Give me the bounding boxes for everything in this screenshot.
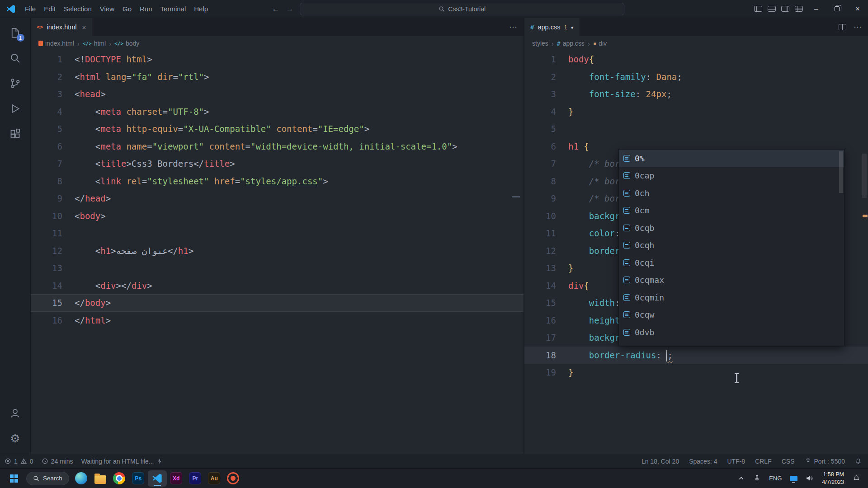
code-line[interactable]: 5 — [524, 120, 868, 138]
menu-run[interactable]: Run — [136, 3, 156, 14]
code-editor-css[interactable]: 1body{2 font-family: Dana;3 font-size: 2… — [524, 51, 868, 454]
live-server-port[interactable]: Port : 5500 — [805, 458, 845, 465]
toggle-sidebar-icon[interactable] — [751, 0, 765, 18]
suggest-item[interactable]: 0dvb — [619, 324, 844, 341]
breadcrumb-item-html[interactable]: </> html — [83, 40, 106, 47]
code-line[interactable]: 4 <meta charset="UTF-8"> — [31, 103, 524, 121]
live-server-message[interactable]: Waiting for an HTML file... — [81, 458, 164, 465]
more-actions-icon[interactable]: ⋯ — [854, 22, 862, 32]
suggest-item[interactable]: 0cqmax — [619, 272, 844, 289]
more-actions-icon[interactable]: ⋯ — [509, 22, 517, 32]
code-line[interactable]: 10<body> — [31, 207, 524, 225]
notification-center[interactable] — [849, 469, 863, 488]
close-button[interactable]: × — [847, 0, 868, 18]
tab-index-html[interactable]: <> index.html × — [31, 18, 92, 36]
command-center-search[interactable]: Css3-Tutorial — [300, 3, 624, 15]
eol-setting[interactable]: CRLF — [755, 458, 772, 465]
photoshop-icon[interactable]: Ps — [129, 469, 148, 488]
breadcrumb-item-body[interactable]: </> body — [114, 40, 139, 47]
code-line[interactable]: 16</html> — [31, 312, 524, 329]
code-line[interactable]: 14 <div></div> — [31, 277, 524, 295]
settings-gear-icon[interactable]: ⚙ — [0, 426, 31, 451]
split-editor-icon[interactable] — [839, 24, 846, 30]
xd-icon[interactable]: Xd — [167, 469, 186, 488]
microphone-tray-icon[interactable] — [750, 469, 764, 488]
customize-layout-icon[interactable] — [792, 0, 806, 18]
problems-indicator[interactable]: 1 0 — [5, 458, 33, 465]
taskbar-search[interactable]: Search — [26, 472, 69, 485]
menu-file[interactable]: File — [21, 3, 40, 14]
file-explorer-icon[interactable] — [91, 469, 110, 488]
minimize-button[interactable]: – — [806, 0, 826, 18]
audition-icon[interactable]: Au — [205, 469, 224, 488]
menu-go[interactable]: Go — [118, 3, 136, 14]
timer-indicator[interactable]: 24 mins — [42, 458, 73, 465]
breadcrumb-item-appcss[interactable]: # app.css — [557, 40, 585, 47]
suggest-item[interactable]: 0cqb — [619, 219, 844, 237]
code-line[interactable]: 7 <title>Css3 Borders</title> — [31, 155, 524, 173]
restore-button[interactable] — [826, 0, 847, 18]
clock-date[interactable]: 1:58 PM 4/7/2023 — [818, 471, 848, 486]
code-line[interactable]: 13 — [31, 259, 524, 277]
suggest-item[interactable]: 0cqh — [619, 237, 844, 254]
code-line[interactable]: 5 <meta http-equiv="X-UA-Compatible" con… — [31, 120, 524, 138]
toggle-secondary-sidebar-icon[interactable] — [778, 0, 792, 18]
suggest-item[interactable]: 0ch — [619, 184, 844, 202]
breadcrumb-item-file[interactable]: index.html — [38, 40, 74, 47]
indentation-setting[interactable]: Spaces: 4 — [689, 458, 717, 465]
edge-icon[interactable] — [72, 469, 91, 488]
display-tray-icon[interactable] — [787, 469, 801, 488]
code-line[interactable]: 12 <h1>عنوان صفحه</h1> — [31, 242, 524, 260]
encoding-setting[interactable]: UTF-8 — [727, 458, 745, 465]
code-line[interactable]: 2<html lang="fa" dir="rtl"> — [31, 68, 524, 86]
code-line[interactable]: 15</body> — [31, 294, 524, 312]
search-view-icon[interactable] — [0, 45, 31, 70]
vscode-taskbar-icon[interactable] — [148, 470, 167, 487]
code-line[interactable]: 2 font-family: Dana; — [524, 68, 868, 86]
start-button[interactable] — [5, 469, 24, 488]
accounts-icon[interactable] — [0, 400, 31, 426]
modified-dot-icon[interactable]: ● — [571, 25, 574, 30]
suggest-item[interactable]: 0dvh — [619, 341, 844, 347]
breadcrumb-item-div[interactable]: ▪ div — [593, 40, 607, 47]
suggest-item[interactable]: 0cqi — [619, 254, 844, 272]
code-line[interactable]: 4} — [524, 103, 868, 121]
menu-help[interactable]: Help — [190, 3, 212, 14]
extensions-icon[interactable] — [0, 121, 31, 146]
code-editor-html[interactable]: 1<!DOCTYPE html>2<html lang="fa" dir="rt… — [31, 51, 524, 454]
suggest-item[interactable]: 0cap — [619, 167, 844, 185]
chrome-icon[interactable] — [110, 469, 129, 488]
code-line[interactable]: 19} — [524, 364, 868, 381]
explorer-icon[interactable]: 1 — [0, 20, 31, 45]
suggest-item[interactable]: 0cqmin — [619, 289, 844, 306]
menu-terminal[interactable]: Terminal — [156, 3, 190, 14]
premiere-icon[interactable]: Pr — [186, 469, 205, 488]
tab-app-css[interactable]: # app.css 1 ● — [524, 18, 580, 36]
menu-selection[interactable]: Selection — [60, 3, 96, 14]
code-line[interactable]: 8 <link rel="stylesheet" href="styles/ap… — [31, 173, 524, 190]
suggest-item[interactable]: 0% — [619, 150, 844, 167]
suggest-item[interactable]: 0cm — [619, 202, 844, 220]
cursor-position[interactable]: Ln 18, Col 20 — [642, 458, 679, 465]
breadcrumb-item-styles[interactable]: styles — [532, 40, 548, 47]
camtasia-icon[interactable] — [224, 469, 243, 488]
source-control-icon[interactable] — [0, 70, 31, 96]
suggest-scrollbar[interactable] — [839, 151, 843, 193]
code-line[interactable]: 9</head> — [31, 190, 524, 207]
code-line[interactable]: 3 font-size: 24px; — [524, 85, 868, 103]
forward-arrow-button[interactable]: → — [286, 5, 293, 14]
suggest-item[interactable]: 0cqw — [619, 306, 844, 324]
code-line[interactable]: 11 — [31, 225, 524, 242]
language-mode[interactable]: CSS — [782, 458, 795, 465]
hidden-icons-chevron[interactable] — [734, 469, 748, 488]
menu-edit[interactable]: Edit — [40, 3, 60, 14]
code-line[interactable]: 18 border-radius: ; — [524, 347, 868, 364]
editor-scrollbar[interactable] — [862, 154, 867, 198]
language-indicator[interactable]: ENG — [766, 469, 785, 488]
close-tab-icon[interactable]: × — [82, 23, 86, 31]
volume-tray-icon[interactable] — [802, 469, 816, 488]
run-debug-icon[interactable] — [0, 96, 31, 121]
code-line[interactable]: 1<!DOCTYPE html> — [31, 51, 524, 68]
toggle-panel-icon[interactable] — [765, 0, 778, 18]
code-line[interactable]: 1body{ — [524, 51, 868, 68]
